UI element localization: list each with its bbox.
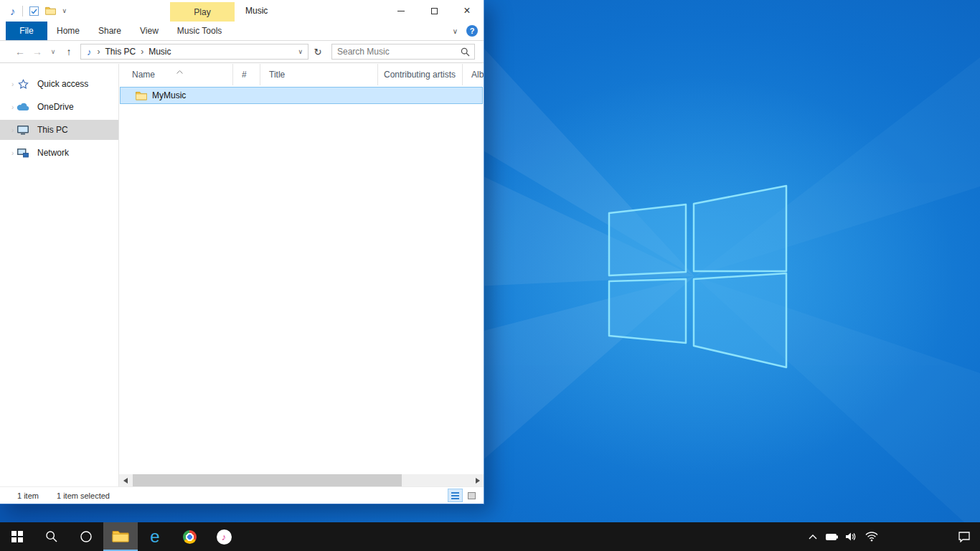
- expand-chevron-icon[interactable]: ›: [0, 103, 13, 111]
- expand-chevron-icon[interactable]: ›: [0, 80, 13, 88]
- tab-view[interactable]: View: [131, 22, 168, 40]
- new-folder-icon[interactable]: [45, 6, 56, 15]
- network-icon: [14, 149, 32, 158]
- column-label: Alb: [463, 70, 484, 80]
- address-toolbar: ← → ∨ ↑ ♪ › This PC › Music ∨ ↻: [0, 41, 484, 63]
- taskbar-chrome-button[interactable]: [172, 522, 207, 551]
- minimize-icon: [397, 11, 405, 11]
- item-count: 1 item: [17, 491, 39, 500]
- volume-icon[interactable]: [845, 532, 857, 542]
- column-header-number[interactable]: #: [233, 64, 260, 85]
- expand-chevron-icon[interactable]: ›: [0, 149, 13, 157]
- window-controls: ×: [385, 0, 484, 22]
- action-center-icon[interactable]: [958, 532, 970, 542]
- column-label: #: [233, 70, 247, 80]
- tab-music-tools[interactable]: Music Tools: [168, 22, 231, 40]
- scroll-right-icon[interactable]: [471, 474, 484, 486]
- status-bar: 1 item 1 item selected: [0, 486, 484, 504]
- search-icon: [45, 530, 58, 543]
- search-box[interactable]: [331, 44, 475, 60]
- column-header-row: Name # Title Contributing artists Alb: [119, 64, 484, 85]
- help-icon[interactable]: ?: [466, 25, 478, 37]
- taskbar-file-explorer-button[interactable]: [103, 522, 138, 551]
- breadcrumb-chevron-icon: ›: [95, 47, 103, 57]
- column-header-contributing-artists[interactable]: Contributing artists: [378, 64, 463, 85]
- ribbon-tab-bar: File Home Share View Music Tools ∨ ?: [0, 22, 484, 41]
- window-title: Music: [245, 0, 268, 22]
- sidebar-item-network[interactable]: › Network: [0, 143, 118, 163]
- back-icon[interactable]: ←: [11, 46, 29, 57]
- column-label: Contributing artists: [378, 70, 456, 80]
- folder-icon: [136, 91, 147, 100]
- sort-ascending-icon: [176, 66, 183, 76]
- tab-file[interactable]: File: [6, 22, 47, 40]
- details-view-button[interactable]: [448, 489, 463, 502]
- column-label: Name: [119, 70, 155, 80]
- column-header-title[interactable]: Title: [260, 64, 378, 85]
- close-icon: ×: [463, 5, 470, 17]
- expand-chevron-icon[interactable]: ›: [0, 126, 13, 134]
- titlebar: ♪ ∨ Play Music ×: [0, 0, 484, 22]
- minimize-button[interactable]: [385, 0, 418, 22]
- close-button[interactable]: ×: [451, 0, 484, 22]
- sidebar-item-onedrive[interactable]: › OneDrive: [0, 97, 118, 117]
- large-icons-view-button[interactable]: [464, 489, 479, 502]
- view-toggles: [448, 489, 479, 502]
- music-note-icon: ♪: [10, 5, 16, 17]
- maximize-button[interactable]: [418, 0, 451, 22]
- scrollbar-thumb[interactable]: [133, 474, 402, 486]
- column-header-name[interactable]: Name: [119, 64, 233, 85]
- address-dropdown-icon[interactable]: ∨: [298, 48, 303, 55]
- address-music-icon: ♪: [87, 47, 92, 57]
- taskbar-internet-explorer-button[interactable]: e: [138, 522, 172, 551]
- quick-access-star-icon: [14, 79, 32, 90]
- sidebar-item-label: Quick access: [37, 79, 88, 89]
- search-icon[interactable]: [461, 47, 470, 57]
- search-input[interactable]: [332, 47, 461, 57]
- address-bar[interactable]: ♪ › This PC › Music ∨: [80, 44, 308, 60]
- taskbar-music-app-button[interactable]: ♪: [207, 522, 241, 551]
- taskbar: e ♪: [0, 522, 980, 551]
- music-note-glyph: ♪: [222, 532, 227, 542]
- forward-icon[interactable]: →: [29, 46, 46, 57]
- column-header-album[interactable]: Alb: [463, 64, 484, 85]
- file-explorer-window: ♪ ∨ Play Music × File Home Share View M: [0, 0, 484, 504]
- large-icons-view-icon: [468, 492, 476, 499]
- onedrive-cloud-icon: [14, 103, 32, 111]
- sidebar-item-label: OneDrive: [37, 102, 74, 112]
- properties-icon[interactable]: [29, 6, 39, 16]
- tab-home[interactable]: Home: [47, 22, 89, 40]
- music-app-icon: ♪: [217, 529, 232, 545]
- up-icon[interactable]: ↑: [60, 46, 77, 57]
- start-windows-icon: [11, 531, 24, 543]
- hidden-icons-chevron-icon[interactable]: [809, 534, 817, 540]
- battery-icon[interactable]: [826, 534, 838, 540]
- qat-customize-icon[interactable]: ∨: [62, 7, 67, 14]
- ribbon-right-controls: ∨ ?: [453, 22, 478, 40]
- ribbon-collapse-icon[interactable]: ∨: [453, 27, 458, 35]
- play-contextual-tab[interactable]: Play: [170, 2, 235, 22]
- breadcrumb-this-pc[interactable]: This PC: [103, 47, 139, 57]
- selection-count: 1 item selected: [57, 491, 110, 500]
- maximize-icon: [431, 8, 438, 14]
- horizontal-scrollbar[interactable]: [119, 474, 484, 486]
- file-explorer-icon: [112, 529, 129, 542]
- sidebar-item-this-pc[interactable]: › This PC: [0, 120, 118, 140]
- wifi-icon[interactable]: [865, 532, 878, 542]
- sidebar-item-quick-access[interactable]: › Quick access: [0, 74, 118, 94]
- breadcrumb-music[interactable]: Music: [146, 47, 174, 57]
- file-row-mymusic[interactable]: MyMusic: [120, 87, 483, 104]
- refresh-icon[interactable]: ↻: [310, 47, 326, 57]
- cortana-icon: [80, 530, 93, 543]
- details-view-icon: [451, 492, 459, 499]
- cortana-button[interactable]: [69, 522, 103, 551]
- breadcrumb-chevron-icon: ›: [138, 47, 146, 57]
- scroll-left-icon[interactable]: [119, 474, 131, 486]
- explorer-main: › Quick access › OneDrive ›: [0, 64, 484, 486]
- taskbar-search-button[interactable]: [34, 522, 69, 551]
- system-tray: [809, 522, 980, 551]
- start-button[interactable]: [0, 522, 34, 551]
- file-name: MyMusic: [152, 90, 186, 100]
- recent-locations-icon[interactable]: ∨: [47, 48, 59, 55]
- tab-share[interactable]: Share: [89, 22, 131, 40]
